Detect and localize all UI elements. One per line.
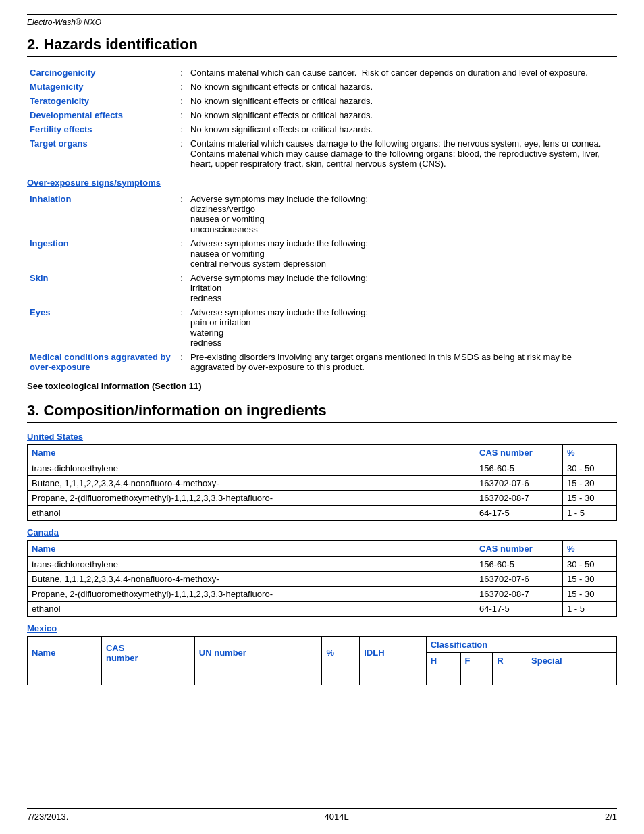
ingredient-pct: 30 - 50 <box>563 461 617 476</box>
mexico-col-pct: % <box>322 637 360 669</box>
hazard-colon: : <box>176 80 188 94</box>
ingredient-name: Propane, 2-(difluoromethoxymethyl)-1,1,1… <box>28 587 475 602</box>
overexposure-colon: : <box>176 236 188 271</box>
mexico-col-un: UN number <box>194 637 322 669</box>
hazard-colon: : <box>176 122 188 136</box>
ingredient-cas: 156-60-5 <box>475 461 563 476</box>
ingredient-pct: 15 - 30 <box>563 572 617 587</box>
col-header-%: % <box>563 541 617 557</box>
see-note: See toxicological information (Section 1… <box>27 381 617 391</box>
hazard-row: Target organs:Contains material which ca… <box>27 136 617 171</box>
hazard-label: Mutagenicity <box>27 80 176 94</box>
col-header-cas-number: CAS number <box>475 541 563 557</box>
mexico-row-empty <box>28 669 102 685</box>
ingredient-name: trans-dichloroethylene <box>28 461 475 476</box>
hazard-colon: : <box>176 136 188 171</box>
region-link-canada[interactable]: Canada <box>27 527 617 538</box>
overexposure-colon: : <box>176 271 188 305</box>
table-row: Propane, 2-(difluoromethoxymethyl)-1,1,1… <box>28 491 617 506</box>
hazard-row: Mutagenicity:No known significant effect… <box>27 80 617 94</box>
region-link-united states[interactable]: United States <box>27 432 617 442</box>
hazard-colon: : <box>176 94 188 108</box>
overexposure-value: Adverse symptoms may include the followi… <box>188 271 617 305</box>
table-row: Butane, 1,1,1,2,2,3,3,4,4-nonafluoro-4-m… <box>28 572 617 587</box>
overexposure-colon: : <box>176 192 188 236</box>
hazard-value: No known significant effects or critical… <box>188 80 617 94</box>
ingredient-name: Butane, 1,1,1,2,2,3,3,4,4-nonafluoro-4-m… <box>28 572 475 587</box>
ingredient-cas: 64-17-5 <box>475 602 563 617</box>
footer-doc-number: 4014L <box>325 812 349 822</box>
ingredients-section: United StatesNameCAS number%trans-dichlo… <box>27 432 617 617</box>
hazard-row: Teratogenicity:No known significant effe… <box>27 94 617 108</box>
hazard-label: Teratogenicity <box>27 94 176 108</box>
section2-title: 2. Hazards identification <box>27 36 617 57</box>
ingredient-cas: 64-17-5 <box>475 506 563 521</box>
ingredient-cas: 163702-08-7 <box>475 587 563 602</box>
overexposure-label: Inhalation <box>27 192 176 236</box>
overexposure-row: Eyes:Adverse symptoms may include the fo… <box>27 305 617 350</box>
mexico-col-cas: CAS number <box>101 637 194 669</box>
ingredient-name: ethanol <box>28 602 475 617</box>
table-row: Propane, 2-(difluoromethoxymethyl)-1,1,1… <box>28 587 617 602</box>
hazard-value: No known significant effects or critical… <box>188 94 617 108</box>
ingredient-name: trans-dichloroethylene <box>28 557 475 572</box>
overexposure-colon: : <box>176 350 188 374</box>
overexposure-row: Inhalation:Adverse symptoms may include … <box>27 192 617 236</box>
mexico-col-f: F <box>460 653 493 669</box>
hazard-label: Developmental effects <box>27 108 176 122</box>
hazard-colon: : <box>176 108 188 122</box>
mexico-col-r: R <box>493 653 527 669</box>
mexico-col-name: Name <box>28 637 102 669</box>
col-header-%: % <box>563 445 617 461</box>
overexposure-label: Skin <box>27 271 176 305</box>
mexico-col-h: H <box>426 653 460 669</box>
header-bar: Electro-Wash® NXO <box>27 14 617 30</box>
overexposure-label: Eyes <box>27 305 176 350</box>
ingredient-name: Propane, 2-(difluoromethoxymethyl)-1,1,1… <box>28 491 475 506</box>
ingredients-table-united states: NameCAS number%trans-dichloroethylene156… <box>27 444 617 521</box>
footer: 7/23/2013. 4014L 2/1 <box>27 808 617 822</box>
col-header-cas-number: CAS number <box>475 445 563 461</box>
col-header-name: Name <box>28 541 475 557</box>
ingredient-cas: 156-60-5 <box>475 557 563 572</box>
footer-date: 7/23/2013. <box>27 812 68 822</box>
page: Electro-Wash® NXO 2. Hazards identificat… <box>0 0 644 834</box>
hazard-colon: : <box>176 66 188 80</box>
ingredient-pct: 1 - 5 <box>563 602 617 617</box>
hazard-value: No known significant effects or critical… <box>188 122 617 136</box>
mexico-col-idlh: IDLH <box>360 637 426 669</box>
hazard-value: No known significant effects or critical… <box>188 108 617 122</box>
ingredient-cas: 163702-07-6 <box>475 572 563 587</box>
ingredient-cas: 163702-07-6 <box>475 476 563 491</box>
table-row: Butane, 1,1,1,2,2,3,3,4,4-nonafluoro-4-m… <box>28 476 617 491</box>
ingredient-pct: 15 - 30 <box>563 587 617 602</box>
overexposure-link[interactable]: Over-exposure signs/symptoms <box>27 178 617 188</box>
overexposure-label: Medical conditions aggravated by over-ex… <box>27 350 176 374</box>
ingredient-pct: 1 - 5 <box>563 506 617 521</box>
hazard-row: Fertility effects:No known significant e… <box>27 122 617 136</box>
ingredient-pct: 15 - 30 <box>563 476 617 491</box>
table-row: ethanol64-17-51 - 5 <box>28 506 617 521</box>
product-name: Electro-Wash® NXO <box>27 18 101 27</box>
hazard-value: Contains material which can cause cancer… <box>188 66 617 80</box>
hazard-label: Carcinogenicity <box>27 66 176 80</box>
col-header-name: Name <box>28 445 475 461</box>
table-row: ethanol64-17-51 - 5 <box>28 602 617 617</box>
overexposure-label: Ingestion <box>27 236 176 271</box>
overexposure-colon: : <box>176 305 188 350</box>
hazard-label: Fertility effects <box>27 122 176 136</box>
overexposure-row: Ingestion:Adverse symptoms may include t… <box>27 236 617 271</box>
mexico-region-link[interactable]: Mexico <box>27 623 617 633</box>
overexposure-value: Adverse symptoms may include the followi… <box>188 236 617 271</box>
hazards-table: Carcinogenicity:Contains material which … <box>27 66 617 171</box>
footer-page: 2/1 <box>605 812 617 822</box>
hazard-label: Target organs <box>27 136 176 171</box>
ingredients-table-canada: NameCAS number%trans-dichloroethylene156… <box>27 540 617 617</box>
overexposure-table: Inhalation:Adverse symptoms may include … <box>27 192 617 374</box>
mexico-col-special: Special <box>527 653 617 669</box>
ingredient-pct: 15 - 30 <box>563 491 617 506</box>
hazard-row: Carcinogenicity:Contains material which … <box>27 66 617 80</box>
overexposure-row: Medical conditions aggravated by over-ex… <box>27 350 617 374</box>
ingredient-cas: 163702-08-7 <box>475 491 563 506</box>
overexposure-value: Adverse symptoms may include the followi… <box>188 192 617 236</box>
